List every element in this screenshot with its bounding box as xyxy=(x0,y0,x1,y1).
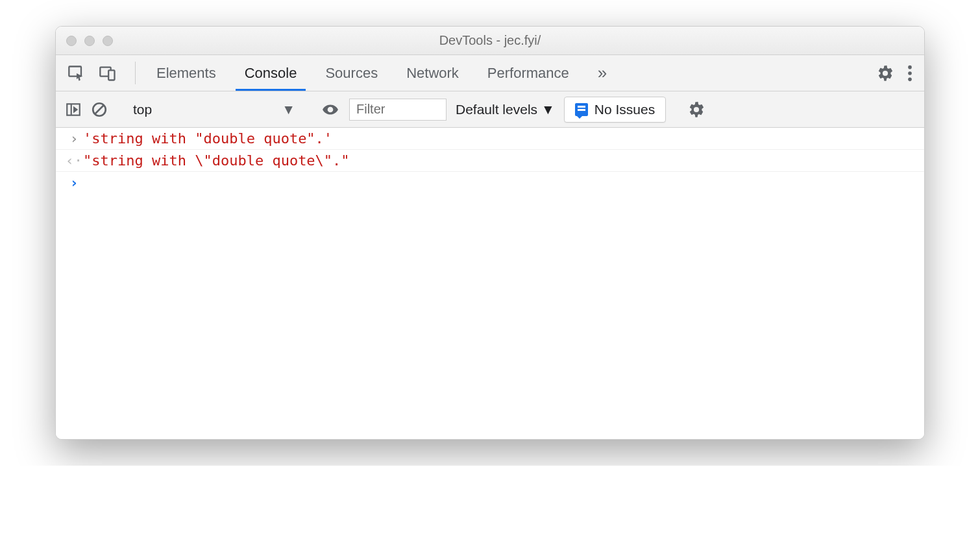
console-line-text: 'string with "double quote".' xyxy=(83,130,332,147)
svg-line-10 xyxy=(95,105,104,113)
console-prompt-line[interactable]: › xyxy=(56,172,924,193)
kebab-menu-icon[interactable] xyxy=(907,64,913,82)
tabs-left-actions xyxy=(56,55,129,91)
zoom-window-button[interactable] xyxy=(103,36,113,46)
close-window-button[interactable] xyxy=(66,36,77,46)
issues-button[interactable]: No Issues xyxy=(564,97,666,123)
prompt-chevron-icon: › xyxy=(65,174,83,191)
devtools-window: DevTools - jec.fyi/ Elements Console Sou… xyxy=(55,26,925,440)
console-line-text: "string with \"double quote\"." xyxy=(83,152,350,169)
window-titlebar: DevTools - jec.fyi/ xyxy=(56,27,924,55)
log-levels-selector[interactable]: Default levels ▼ xyxy=(456,102,555,117)
filter-input[interactable] xyxy=(349,99,447,121)
overflow-glyph: » xyxy=(598,63,607,83)
show-console-sidebar-icon[interactable] xyxy=(65,101,82,118)
live-expression-eye-icon[interactable] xyxy=(321,101,340,118)
console-input-line: › 'string with "double quote".' xyxy=(56,128,924,150)
tab-elements[interactable]: Elements xyxy=(142,55,230,91)
output-chevron-icon: ‹· xyxy=(65,152,83,169)
context-label: top xyxy=(133,102,152,117)
svg-marker-8 xyxy=(74,107,77,112)
execution-context-selector[interactable]: top ▼ xyxy=(129,102,299,117)
input-chevron-icon: › xyxy=(65,130,83,147)
tab-label: Network xyxy=(406,65,459,82)
chevron-down-icon: ▼ xyxy=(282,102,295,117)
clear-console-icon[interactable] xyxy=(91,101,108,118)
inspect-element-icon[interactable] xyxy=(67,64,86,82)
svg-point-5 xyxy=(908,77,912,81)
tab-label: Console xyxy=(245,65,297,82)
panel-tabs: Elements Console Sources Network Perform… xyxy=(142,55,621,91)
tab-performance[interactable]: Performance xyxy=(473,55,583,91)
device-toolbar-icon[interactable] xyxy=(99,64,117,82)
issues-label: No Issues xyxy=(594,102,655,117)
chevron-down-icon: ▼ xyxy=(541,102,555,117)
levels-label: Default levels xyxy=(456,102,537,117)
console-output-line: ‹· "string with \"double quote\"." xyxy=(56,150,924,172)
tabs-overflow-button[interactable]: » xyxy=(583,55,621,91)
issues-icon xyxy=(575,103,588,116)
console-settings-gear-icon[interactable] xyxy=(687,101,705,119)
console-toolbar: top ▼ Default levels ▼ No Issues xyxy=(56,91,924,128)
svg-point-3 xyxy=(908,65,912,69)
tab-sources[interactable]: Sources xyxy=(311,55,392,91)
window-controls xyxy=(56,36,113,46)
tab-console[interactable]: Console xyxy=(230,55,312,91)
tab-network[interactable]: Network xyxy=(392,55,473,91)
svg-rect-2 xyxy=(108,70,114,80)
svg-point-4 xyxy=(908,71,912,75)
tabs-right-actions xyxy=(851,55,924,91)
tab-label: Elements xyxy=(156,65,216,82)
divider xyxy=(135,62,136,84)
minimize-window-button[interactable] xyxy=(84,36,95,46)
window-title: DevTools - jec.fyi/ xyxy=(56,33,924,48)
tab-label: Performance xyxy=(487,65,569,82)
console-output[interactable]: › 'string with "double quote".' ‹· "stri… xyxy=(56,128,924,439)
settings-gear-icon[interactable] xyxy=(876,64,894,82)
devtools-tabs-bar: Elements Console Sources Network Perform… xyxy=(56,55,924,91)
tab-label: Sources xyxy=(325,65,378,82)
